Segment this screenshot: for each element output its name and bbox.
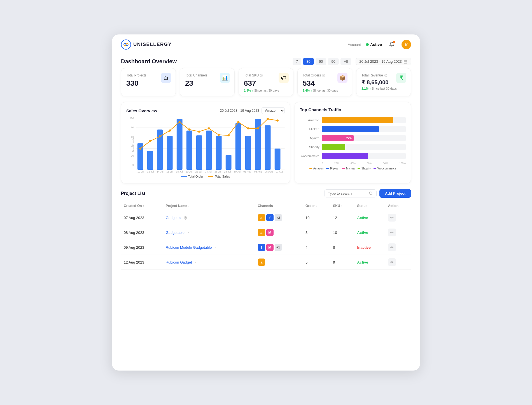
cell-action-1: ✏ [385,210,411,225]
revenue-icon: ₹ [396,73,406,83]
legend-dot-sales [208,176,213,177]
channel-icons-2: a M [258,229,300,236]
stat-sub-sku: 1.9% ↑ Since last 30 days [244,89,288,92]
cell-channels-2: a M [255,225,303,240]
ch-icon-plus-1: +2 [275,214,282,221]
projects-icon: 🗂 [161,73,171,83]
channel-bar-wrap-shopify [322,144,406,150]
ch-legend-flipkart: Flipkart [326,167,339,170]
channel-bar-wrap-woocommerce [322,153,406,159]
cell-created-on-4: 12 Aug 2023 [121,255,163,270]
cell-project-name-3: Rubicon Module Gadgetable [163,240,255,255]
project-table: Created On ↑ Project Name ↓ Channels Ord… [121,202,411,270]
sales-chart-wrapper: Total Counts 100806040200 [126,117,285,173]
avatar[interactable]: K [402,40,411,49]
svg-point-55 [195,262,196,263]
project-list-title: Project List [121,191,145,196]
project-search-box [324,189,377,197]
project-link-4[interactable]: Rubicon Gadget [166,260,192,264]
svg-rect-25 [186,131,192,170]
edit-button-2[interactable]: ✏ [388,229,396,236]
channel-bar-wrap-myntra: 22% [322,135,406,141]
channel-bar-myntra: 22% [322,135,354,141]
ch-dot-myntra [342,168,345,169]
cell-sku-2: 10 [330,225,354,240]
cell-order-1: 10 [303,210,330,225]
cell-project-name-1: Gadgetex [163,210,255,225]
ch-icon-myntra-2: M [266,229,274,236]
svg-point-36 [149,140,151,142]
day-btn-all[interactable]: All [340,58,351,65]
sales-overview-card: Sales Overview 20 Jul 2023 - 19 Aug 2023… [121,102,290,183]
day-btn-30[interactable]: 30 [303,58,314,65]
add-project-button[interactable]: Add Project [379,189,411,198]
top-channels-card: Top Channels Traffic Amazon Flipkart [295,102,411,183]
project-link-1[interactable]: Gadgetex [166,216,181,220]
day-btn-7[interactable]: 7 [293,58,301,65]
edit-button-4[interactable]: ✏ [388,258,396,266]
cell-status-1: Active [354,210,385,225]
ch-dot-woocommerce [374,168,376,169]
sales-channel-select[interactable]: Amazon Flipkart [262,107,285,114]
channel-bar-woocommerce [322,153,368,159]
x-axis-labels: 10 Jul12 Jul14 Jul16 Jul18 Jul 20 Jul22 … [136,170,285,173]
cell-action-4: ✏ [385,255,411,270]
svg-point-42 [208,127,210,130]
channel-label-shopify: Shopify [300,145,319,149]
table-row: 07 Aug 2023 Gadgetex a f +2 10 12 [121,210,411,225]
info-icon-revenue [384,74,387,77]
stat-card-projects: Total Projects 330 🗂 [121,68,176,96]
svg-point-35 [139,148,141,150]
svg-point-52 [185,218,186,218]
settings-icon-3[interactable] [214,246,217,249]
svg-point-50 [369,192,372,195]
logo-text: UNISELLERGY [133,42,172,47]
ch-legend-amazon: Amazon [309,167,324,170]
svg-rect-30 [235,123,241,170]
settings-icon-2[interactable] [187,231,190,234]
table-body: 07 Aug 2023 Gadgetex a f +2 10 12 [121,210,411,270]
day-btn-90[interactable]: 90 [328,58,339,65]
sales-chart-legend: Total Order Total Sales [126,175,285,178]
legend-total-sales: Total Sales [208,175,230,178]
table-header-row: Created On ↑ Project Name ↓ Channels Ord… [121,202,411,210]
channel-row-flipkart: Flipkart [300,126,406,132]
table-row: 09 Aug 2023 Rubicon Module Gadgetable f … [121,240,411,255]
date-range-picker[interactable]: 20 Jul 2023 - 19 Aug 2023 [356,58,411,65]
ch-dot-shopify [358,168,360,169]
ch-icon-flipkart-1: f [266,214,274,221]
channels-header: Top Channels Traffic [300,107,406,112]
svg-rect-21 [147,151,153,170]
settings-icon-4[interactable] [194,261,197,264]
channel-label-amazon: Amazon [300,118,319,122]
settings-icon-1[interactable] [184,216,187,220]
channel-bar-shopify [322,144,345,150]
stat-cards-row: Total Projects 330 🗂 Total Channels 23 📊… [112,68,420,102]
svg-rect-31 [245,136,251,170]
svg-point-49 [276,119,279,122]
day-btn-60[interactable]: 60 [316,58,326,65]
svg-point-47 [257,127,259,130]
svg-point-41 [198,131,200,133]
col-created-on: Created On ↑ [121,202,163,210]
cell-action-2: ✏ [385,225,411,240]
project-search-input[interactable] [328,191,367,195]
ch-legend-woocommerce: Woocommerce [374,167,396,170]
channel-label-flipkart: Flipkart [300,127,319,131]
ch-icon-plus-3: +1 [275,244,282,251]
ch-dot-flipkart [326,168,329,169]
edit-button-1[interactable]: ✏ [388,214,396,222]
project-link-3[interactable]: Rubicon Module Gadgetable [166,245,212,250]
notification-button[interactable] [387,40,396,49]
stat-card-channels: Total Channels 23 📊 [180,68,235,96]
edit-button-3[interactable]: ✏ [388,243,396,251]
project-link-2[interactable]: Gadgetable [166,231,185,235]
channel-row-amazon: Amazon [300,117,406,123]
cell-created-on-3: 09 Aug 2023 [121,240,163,255]
cell-action-3: ✏ [385,240,411,255]
svg-point-48 [267,118,269,120]
cell-sku-4: 9 [330,255,354,270]
search-icon [369,191,373,195]
cell-sku-3: 8 [330,240,354,255]
channels-x-axis: 020%40%60%80%100% [300,162,406,165]
